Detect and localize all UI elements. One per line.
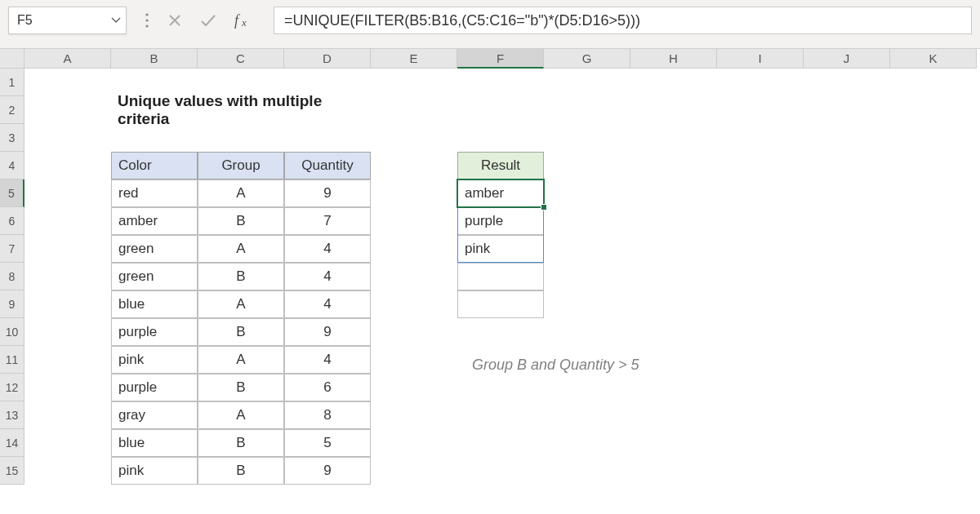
accept-icon[interactable]	[200, 13, 216, 28]
header-color[interactable]: Color	[111, 152, 198, 179]
column-headers: ABCDEFGHIJK	[24, 49, 980, 69]
formula-input[interactable]: =UNIQUE(FILTER(B5:B16,(C5:C16="b")*(D5:D…	[274, 7, 972, 34]
header-group[interactable]: Group	[198, 152, 284, 179]
vertical-dots-icon[interactable]	[145, 12, 149, 29]
cell-color[interactable]: pink	[111, 457, 198, 485]
row-header[interactable]: 9	[0, 290, 24, 318]
row-header[interactable]: 12	[0, 374, 24, 401]
cell-group[interactable]: A	[198, 401, 284, 429]
header-quantity[interactable]: Quantity	[284, 152, 371, 179]
svg-point-1	[145, 19, 148, 21]
svg-point-0	[145, 13, 148, 16]
cell-quantity[interactable]: 5	[284, 429, 371, 457]
header-result[interactable]: Result	[457, 152, 544, 179]
column-header[interactable]: J	[804, 49, 890, 69]
cell-result[interactable]	[457, 263, 544, 290]
svg-text:f: f	[234, 12, 241, 29]
column-header[interactable]: G	[544, 49, 630, 69]
formula-text: =UNIQUE(FILTER(B5:B16,(C5:C16="b")*(D5:D…	[284, 12, 640, 29]
svg-text:x: x	[241, 16, 247, 29]
cell-group[interactable]: A	[198, 346, 284, 374]
row-header[interactable]: 7	[0, 235, 24, 263]
cell-result[interactable]: purple	[457, 207, 544, 235]
column-header[interactable]: B	[111, 49, 198, 69]
cell-color[interactable]: green	[111, 263, 198, 290]
column-header[interactable]: E	[371, 49, 457, 69]
column-header[interactable]: A	[24, 49, 111, 69]
cell-group[interactable]: B	[198, 374, 284, 401]
column-header[interactable]: F	[457, 49, 544, 69]
column-header[interactable]: I	[717, 49, 804, 69]
cell-quantity[interactable]: 6	[284, 374, 371, 401]
name-box[interactable]: F5	[8, 7, 127, 34]
cell-color[interactable]: amber	[111, 207, 198, 235]
worksheet[interactable]: ABCDEFGHIJK 123456789101112131415 Unique…	[0, 49, 980, 514]
row-header[interactable]: 10	[0, 318, 24, 346]
cell-group[interactable]: A	[198, 235, 284, 263]
cell-result[interactable]: pink	[457, 235, 544, 263]
cell-group[interactable]: B	[198, 318, 284, 346]
row-header[interactable]: 15	[0, 457, 24, 485]
cell-group[interactable]: B	[198, 207, 284, 235]
cell-quantity[interactable]: 8	[284, 401, 371, 429]
cell-quantity[interactable]: 4	[284, 346, 371, 374]
row-header[interactable]: 5	[0, 179, 24, 207]
cell-group[interactable]: B	[198, 429, 284, 457]
caption-text: Group B and Quantity > 5	[466, 351, 743, 379]
cell-group[interactable]: A	[198, 290, 284, 318]
column-header[interactable]: D	[284, 49, 371, 69]
cell-group[interactable]: A	[198, 179, 284, 207]
select-all-corner[interactable]	[0, 49, 24, 69]
column-header[interactable]: H	[630, 49, 717, 69]
cell-quantity[interactable]: 9	[284, 457, 371, 485]
cell-quantity[interactable]: 9	[284, 318, 371, 346]
chevron-down-icon	[111, 16, 121, 25]
fx-icon[interactable]: fx	[234, 11, 256, 29]
cancel-icon[interactable]	[167, 13, 182, 28]
cell-color[interactable]: pink	[111, 346, 198, 374]
cell-color[interactable]: red	[111, 179, 198, 207]
row-header[interactable]: 14	[0, 429, 24, 457]
formula-bar-tools: fx	[133, 7, 267, 34]
cells-area[interactable]: Unique values with multiple criteria Col…	[24, 69, 980, 514]
row-header[interactable]: 6	[0, 207, 24, 235]
cell-group[interactable]: B	[198, 457, 284, 485]
cell-color[interactable]: purple	[111, 374, 198, 401]
row-header[interactable]: 8	[0, 263, 24, 290]
cell-quantity[interactable]: 7	[284, 207, 371, 235]
cell-quantity[interactable]: 4	[284, 235, 371, 263]
name-box-value: F5	[17, 13, 111, 28]
cell-quantity[interactable]: 4	[284, 263, 371, 290]
cell-color[interactable]: green	[111, 235, 198, 263]
row-header[interactable]: 11	[0, 346, 24, 374]
cell-group[interactable]: B	[198, 263, 284, 290]
row-headers: 123456789101112131415	[0, 69, 24, 514]
row-header[interactable]: 1	[0, 69, 24, 96]
cell-quantity[interactable]: 9	[284, 179, 371, 207]
formula-bar: F5 fx =UNIQUE(FILTER(B5:B16,(C5:C16="b")…	[0, 0, 980, 49]
row-header[interactable]: 13	[0, 401, 24, 429]
cell-quantity[interactable]: 4	[284, 290, 371, 318]
cell-color[interactable]: gray	[111, 401, 198, 429]
cell-result[interactable]: amber	[457, 179, 544, 207]
svg-point-2	[145, 24, 148, 27]
page-title: Unique values with multiple criteria	[111, 96, 372, 124]
row-header[interactable]: 4	[0, 152, 24, 179]
column-header[interactable]: K	[890, 49, 977, 69]
row-header[interactable]: 2	[0, 96, 24, 124]
cell-result[interactable]	[457, 290, 544, 318]
column-header[interactable]: C	[198, 49, 284, 69]
row-header[interactable]: 3	[0, 124, 24, 152]
cell-color[interactable]: blue	[111, 429, 198, 457]
cell-color[interactable]: purple	[111, 318, 198, 346]
cell-color[interactable]: blue	[111, 290, 198, 318]
